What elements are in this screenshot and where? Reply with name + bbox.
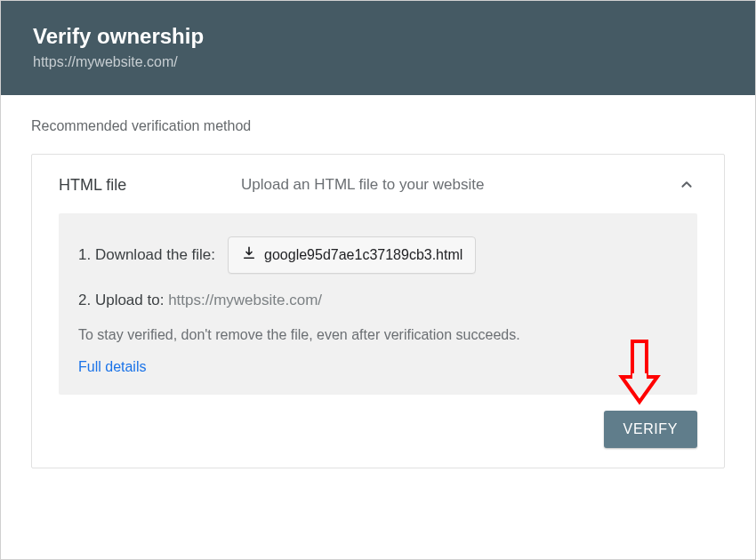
step-2-label: 2. Upload to:: [78, 292, 168, 308]
steps-container: 1. Download the file: google95d7ae1c3718…: [59, 213, 697, 395]
upload-target-url: https://mywebsite.com/: [168, 292, 322, 308]
page-title: Verify ownership: [33, 24, 723, 49]
chevron-up-icon[interactable]: [676, 174, 697, 196]
main-content: Recommended verification method HTML fil…: [1, 95, 755, 468]
page-header: Verify ownership https://mywebsite.com/: [1, 1, 755, 95]
verification-method-card: HTML file Upload an HTML file to your we…: [31, 154, 725, 468]
step-2-row: 2. Upload to: https://mywebsite.com/: [78, 292, 678, 309]
card-header[interactable]: HTML file Upload an HTML file to your we…: [59, 174, 697, 196]
section-label: Recommended verification method: [31, 118, 725, 134]
method-title: HTML file: [59, 176, 192, 195]
download-file-button[interactable]: google95d7ae1c37189cb3.html: [228, 236, 476, 274]
verification-note: To stay verified, don't remove the file,…: [78, 327, 678, 343]
full-details-link[interactable]: Full details: [78, 359, 146, 375]
method-description: Upload an HTML file to your website: [192, 176, 676, 194]
page-subtitle-url: https://mywebsite.com/: [33, 54, 723, 70]
verify-button[interactable]: VERIFY: [604, 411, 697, 448]
step-1-row: 1. Download the file: google95d7ae1c3718…: [78, 236, 678, 274]
download-filename: google95d7ae1c37189cb3.html: [264, 247, 462, 263]
step-1-label: 1. Download the file:: [78, 246, 215, 264]
download-icon: [241, 245, 257, 265]
card-actions: VERIFY: [59, 411, 697, 448]
